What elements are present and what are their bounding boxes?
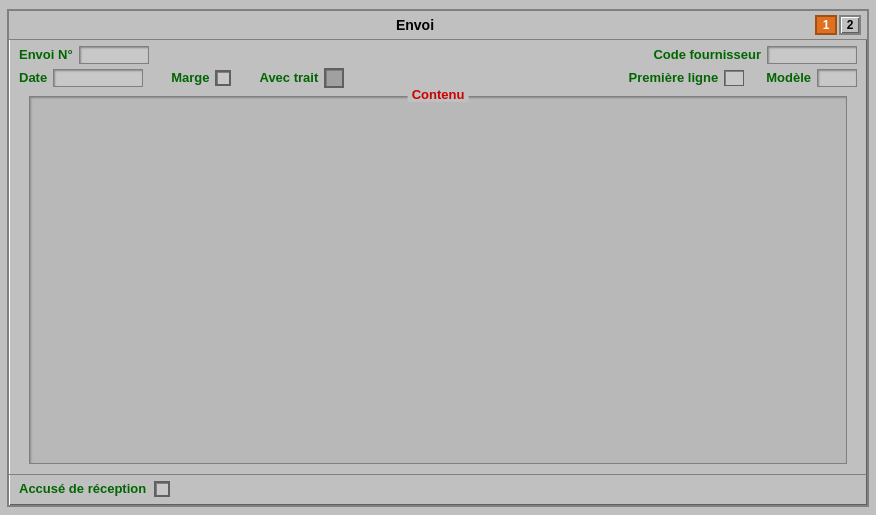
accuse-label: Accusé de réception [19,481,146,496]
modele-input[interactable] [817,69,857,87]
date-label: Date [19,70,47,85]
form-area: Envoi N° Code fournisseur Date Marge Ave… [9,40,867,92]
title-buttons: 1 2 [815,15,861,35]
envoi-label: Envoi N° [19,47,73,62]
premiere-ligne-checkbox[interactable] [724,70,744,86]
main-window: Envoi 1 2 Envoi N° Code fournisseur Date… [7,9,869,507]
btn-2[interactable]: 2 [839,15,861,35]
content-wrapper: Contenu [19,92,857,468]
avec-trait-label: Avec trait [259,70,318,85]
marge-label: Marge [171,70,209,85]
premiere-ligne-label: Première ligne [629,70,719,85]
marge-checkbox[interactable] [215,70,231,86]
title-bar: Envoi 1 2 [9,11,867,40]
form-row-1: Envoi N° Code fournisseur [19,46,857,64]
code-fournisseur-input[interactable] [767,46,857,64]
content-area: Contenu [29,96,847,464]
envoi-input[interactable] [79,46,149,64]
avec-trait-checkbox[interactable] [324,68,344,88]
accuse-checkbox[interactable] [154,481,170,497]
date-input[interactable] [53,69,143,87]
modele-label: Modèle [766,70,811,85]
bottom-area: Accusé de réception [9,474,867,505]
contenu-label: Contenu [408,87,469,102]
form-row-2: Date Marge Avec trait Première ligne Mod… [19,68,857,88]
window-title: Envoi [15,17,815,33]
code-fournisseur-label: Code fournisseur [653,47,761,62]
btn-1[interactable]: 1 [815,15,837,35]
